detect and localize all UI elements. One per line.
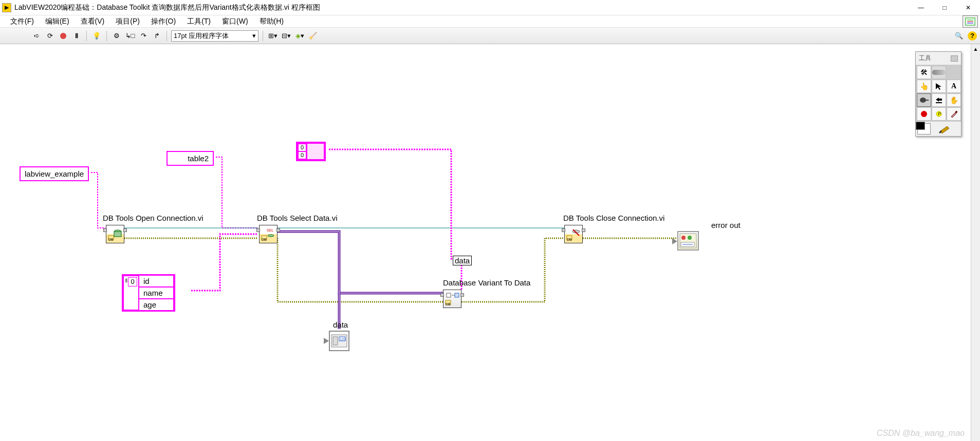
context-help-icon[interactable] bbox=[963, 15, 978, 28]
svg-point-26 bbox=[688, 236, 692, 240]
tool-color-swatch[interactable] bbox=[917, 123, 931, 135]
tool-breakpoint[interactable] bbox=[917, 107, 931, 121]
svg-text:DB: DB bbox=[262, 238, 267, 241]
vi-close-connection[interactable]: DB bbox=[564, 225, 583, 243]
align-button[interactable]: ⊞▾ bbox=[267, 30, 279, 42]
error-terminal-arrow bbox=[672, 238, 677, 244]
array-index-1[interactable]: 0 bbox=[298, 151, 306, 159]
array-constant-columns[interactable]: ▮ 0 id name age bbox=[122, 274, 175, 312]
vi-label-open: DB Tools Open Connection.vi bbox=[103, 214, 204, 222]
menu-view[interactable]: 查看(V) bbox=[76, 16, 110, 27]
step-out-button[interactable]: ↱ bbox=[151, 30, 162, 42]
toolbar: ➪ ⟳ Ⅱ 💡 ⚙ ↳□ ↷ ↱ 17pt 应用程序字体 ▾ ⊞▾ ⊟▾ ◈▾ … bbox=[0, 28, 980, 44]
label-error-out: error out bbox=[711, 221, 741, 229]
svg-text:DB: DB bbox=[446, 302, 451, 306]
wires-layer bbox=[0, 44, 802, 404]
svg-rect-19 bbox=[455, 293, 459, 297]
menu-file[interactable]: 文件(F) bbox=[5, 16, 39, 27]
indicator-terminal-arrow bbox=[324, 338, 329, 344]
array-index-0[interactable]: 0 bbox=[298, 144, 306, 151]
string-value: labview_example bbox=[25, 169, 84, 178]
minimize-button[interactable]: — bbox=[909, 0, 933, 15]
tool-probe[interactable]: P bbox=[932, 107, 946, 121]
step-over-button[interactable]: ↷ bbox=[138, 30, 149, 42]
vi-label-variant: Database Variant To Data bbox=[443, 278, 530, 287]
menu-project[interactable]: 项目(P) bbox=[110, 16, 145, 27]
indicator-error-out[interactable] bbox=[677, 231, 699, 251]
pause-button[interactable]: Ⅱ bbox=[71, 30, 82, 42]
titlebar: ▶ LabVIEW2020编程基础：Database Toolkit 查询数据库… bbox=[0, 0, 980, 15]
svg-rect-7 bbox=[114, 232, 121, 237]
svg-point-11 bbox=[268, 235, 274, 237]
chevron-down-icon: ▾ bbox=[252, 32, 256, 40]
watermark: CSDN @ba_wang_mao bbox=[877, 429, 965, 438]
tool-object-shortcut[interactable] bbox=[932, 93, 946, 107]
string-value: table2 bbox=[188, 154, 209, 163]
array-element-empty[interactable] bbox=[306, 143, 325, 160]
array-element-1[interactable]: name bbox=[138, 286, 174, 299]
menu-edit[interactable]: 编辑(E) bbox=[40, 16, 75, 27]
tool-color-copy[interactable] bbox=[947, 107, 961, 121]
menu-help[interactable]: 帮助(H) bbox=[254, 16, 289, 27]
svg-point-25 bbox=[681, 236, 686, 240]
cleanup-button[interactable]: 🧹 bbox=[307, 30, 319, 42]
reorder-button[interactable]: ◈▾ bbox=[294, 30, 305, 42]
vi-label-close: DB Tools Close Connection.vi bbox=[563, 214, 664, 222]
help-button[interactable]: ? bbox=[968, 31, 977, 41]
array-index[interactable]: 0 bbox=[128, 277, 137, 286]
tool-wire[interactable] bbox=[917, 93, 931, 107]
label-data-out: data bbox=[453, 256, 472, 265]
run-button[interactable]: ➪ bbox=[31, 30, 42, 42]
svg-text:DB: DB bbox=[108, 238, 114, 241]
close-button[interactable]: ✕ bbox=[956, 0, 980, 15]
tool-position[interactable] bbox=[932, 80, 946, 93]
tool-auto-wide[interactable] bbox=[932, 66, 946, 79]
svg-point-34 bbox=[955, 111, 957, 113]
maximize-button[interactable]: □ bbox=[933, 0, 956, 15]
tools-palette[interactable]: 工具 🛠 👆 A ✋ P bbox=[915, 51, 961, 137]
vertical-scrollbar[interactable]: ▲ bbox=[971, 44, 980, 441]
vi-open-connection[interactable]: DB bbox=[106, 225, 124, 243]
svg-rect-18 bbox=[447, 293, 451, 297]
step-into-button[interactable]: ↳□ bbox=[124, 30, 136, 42]
run-continuous-button[interactable]: ⟳ bbox=[44, 30, 56, 42]
string-constant-connection[interactable]: labview_example bbox=[20, 166, 89, 181]
svg-text:DB: DB bbox=[567, 238, 572, 241]
vi-label-select: DB Tools Select Data.vi bbox=[257, 214, 337, 222]
tool-text[interactable]: A bbox=[947, 80, 961, 93]
window-title: LabVIEW2020编程基础：Database Toolkit 查询数据库然后… bbox=[14, 3, 909, 12]
array-constant-2d-type[interactable]: 0 0 bbox=[296, 142, 326, 161]
string-constant-table[interactable]: table2 bbox=[167, 151, 214, 166]
scroll-up-icon[interactable]: ▲ bbox=[971, 44, 980, 53]
label-data-indicator: data bbox=[333, 320, 348, 329]
labview-icon: ▶ bbox=[2, 3, 11, 12]
svg-text:SEL: SEL bbox=[267, 228, 273, 232]
tool-auto[interactable]: 🛠 bbox=[917, 66, 931, 79]
vi-select-data[interactable]: DBSEL bbox=[259, 225, 278, 243]
array-element-0[interactable]: id bbox=[138, 275, 174, 287]
svg-rect-31 bbox=[936, 102, 942, 103]
svg-text:P: P bbox=[938, 111, 941, 117]
window-controls: — □ ✕ bbox=[909, 0, 980, 15]
search-button[interactable]: 🔍 bbox=[953, 30, 965, 42]
svg-point-29 bbox=[920, 98, 926, 103]
svg-rect-23 bbox=[333, 337, 338, 345]
tool-operate[interactable]: 👆 bbox=[917, 80, 931, 93]
tools-palette-title[interactable]: 工具 bbox=[916, 52, 961, 65]
array-element-2[interactable]: age bbox=[138, 298, 174, 311]
font-label: 17pt 应用程序字体 bbox=[174, 31, 229, 41]
pin-icon[interactable] bbox=[951, 55, 958, 62]
abort-button[interactable] bbox=[58, 30, 69, 42]
block-diagram-canvas[interactable]: labview_example table2 0 0 ▮ 0 id name a… bbox=[0, 44, 971, 441]
tool-scroll[interactable]: ✋ bbox=[947, 93, 961, 107]
menu-window[interactable]: 窗口(W) bbox=[217, 16, 253, 27]
indicator-data[interactable]: 123 bbox=[329, 331, 349, 351]
tool-color-brush[interactable] bbox=[932, 123, 959, 135]
vi-variant-to-data[interactable]: DB bbox=[443, 290, 461, 308]
menu-operate[interactable]: 操作(O) bbox=[146, 16, 181, 27]
menu-tools[interactable]: 工具(T) bbox=[182, 16, 216, 27]
distribute-button[interactable]: ⊟▾ bbox=[281, 30, 292, 42]
retain-wire-button[interactable]: ⚙ bbox=[111, 30, 122, 42]
font-selector[interactable]: 17pt 应用程序字体 ▾ bbox=[171, 30, 258, 42]
highlight-exec-button[interactable]: 💡 bbox=[91, 30, 102, 42]
